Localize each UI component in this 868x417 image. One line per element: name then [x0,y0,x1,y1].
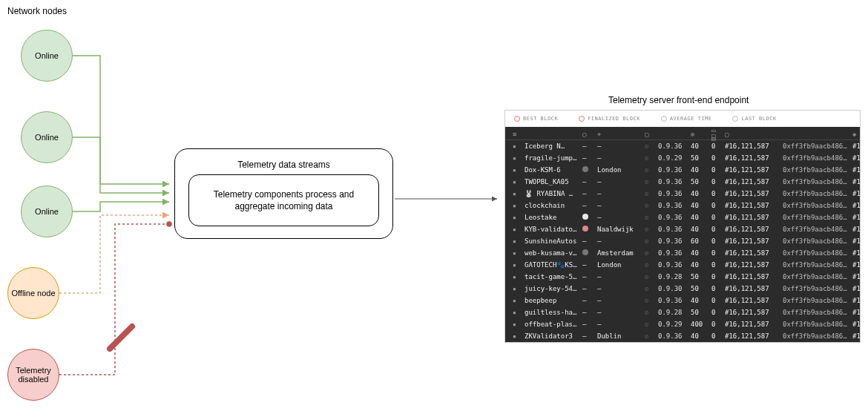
txs: 0 [711,178,722,185]
version: 0.9.36 [658,214,688,221]
node-name: offbeat-plas… [525,321,579,328]
finalized-height: #16,121,583 [852,214,860,221]
node-name: ZKValidator3 [525,332,579,340]
gear-icon: ⚙ [645,178,655,185]
block-hash: 0xff3fb9aacb486… [783,178,849,185]
table-row: ▪Leostake—⚙0.9.36400#16,121,5870xff3fb9a… [505,211,860,223]
row-icon: ▪ [513,262,522,269]
node-online-3: Online [21,185,73,237]
table-row: ▪fragile-jump…——⚙0.9.29500#16,121,5870xf… [505,152,860,164]
gear-icon: ⚙ [645,261,655,269]
row-icon: ▪ [513,226,522,233]
table-row: ▪web-kusama-v…Amsterdam⚙0.9.36400#16,121… [505,247,860,259]
status-dot: — [582,273,594,280]
block-hash: 0xff3fb9aacb486… [783,249,849,257]
node-name: SunshineAutos [525,237,579,245]
status-dot: — [582,190,594,197]
dot-icon [579,116,585,122]
location: — [597,214,642,221]
header-average-time: AVERAGE TIME [661,116,712,122]
location: London [597,166,642,174]
location: — [597,321,642,328]
block-height: #16,121,587 [725,237,780,245]
peers: 40 [691,166,708,174]
peers: 60 [691,237,708,245]
status-dot: — [582,237,594,245]
gear-icon: ⚙ [645,154,655,162]
gear-icon: ⚙ [645,190,655,197]
version: 0.9.36 [658,202,688,209]
block-height: #16,121,587 [725,178,780,185]
version: 0.9.28 [658,273,688,280]
node-label: Offline node [11,289,55,298]
row-icon: ▪ [513,298,522,304]
node-name: Dox-KSM-6 [525,166,579,174]
status-dot: — [582,285,594,292]
version: 0.9.36 [658,142,688,150]
block-height: #16,121,587 [725,214,780,221]
peers: 50 [691,273,708,280]
finalized-height: #16,121,583 [852,226,860,233]
gear-icon: ⚙ [645,273,655,280]
location: — [597,285,642,292]
block-hash: 0xff3fb9aacb486… [783,273,849,280]
txs: 0 [711,332,722,340]
peers: 40 [691,297,708,304]
gear-icon: ⚙ [645,297,655,304]
node-label: Online [35,207,59,216]
server-title-label: Telemetry server front-end endpoint [608,95,749,105]
status-dot [582,166,594,174]
telemetry-streams-box: Telemetry data streams Telemetry compone… [174,148,393,239]
gear-icon: ⚙ [645,321,655,328]
txs: 0 [711,285,722,292]
node-online-2: Online [21,111,73,163]
final-icon: ◈ [852,131,868,138]
node-name: tacit-game-5… [525,273,579,280]
node-name: juicy-key-54… [525,285,579,292]
node-name: Leostake [525,214,579,221]
status-dot: — [582,154,594,162]
location: Dublin [597,332,642,340]
version: 0.9.29 [658,154,688,162]
row-icon: ▪ [513,143,522,150]
header-last-block: LAST BLOCK [732,116,776,122]
location: — [597,154,642,162]
row-icon: ▪ [513,167,522,174]
table-row: ▪ZKValidator3—Dublin⚙0.9.36400#16,121,58… [505,330,860,342]
version: 0.9.36 [658,297,688,304]
table-row: ▪beepbeep——⚙0.9.36400#16,121,5870xff3fb9… [505,295,860,306]
block-hash: 0xff3fb9aacb486… [783,332,849,340]
location: Naaldwijk [597,226,642,233]
row-icon: ▪ [513,238,522,245]
location-icon: ⌖ [597,131,642,139]
version: 0.9.36 [658,261,688,269]
block-hash: 0xff3fb9aacb486… [783,309,849,316]
finalized-height: #16,121,583 [852,261,860,269]
peers: 40 [691,142,708,150]
version: 0.9.36 [658,178,688,185]
finalized-height: #16,121,583 [852,297,860,304]
block-hash: 0xff3fb9aacb486… [783,166,849,174]
txs: 0 [711,190,722,197]
gear-icon: ⚙ [645,226,655,233]
telemetry-server-panel: BEST BLOCK FINALIZED BLOCK AVERAGE TIME … [504,110,861,343]
version: 0.9.36 [658,332,688,340]
table-row: ▪Iceberg N…——⚙0.9.36400#16,121,5870xff3f… [505,140,860,152]
peers-icon: ⊕ [691,131,708,138]
db-icon: ▭ ⌸ [711,127,722,142]
node-label: Online [35,51,59,60]
block-height: #16,121,587 [725,321,780,328]
peers: 50 [691,309,708,316]
table-row: ▪TWOPBL_KA05——⚙0.9.36500#16,121,5870xff3… [505,176,860,188]
table-row: ▪offbeat-plas…——⚙0.9.294000#16,121,5870x… [505,318,860,330]
status-dot: — [582,321,594,328]
gear-icon: ⚙ [645,332,655,340]
header-best-block: BEST BLOCK [514,116,558,122]
network-nodes-label: Network nodes [7,6,67,16]
finalized-height: #16,121,583 [852,321,860,328]
txs: 0 [711,237,722,245]
peers: 40 [691,190,708,197]
dot-icon [661,116,667,122]
version: 0.9.29 [658,321,688,328]
table-row: ▪Dox-KSM-6London⚙0.9.36400#16,121,5870xf… [505,164,860,176]
